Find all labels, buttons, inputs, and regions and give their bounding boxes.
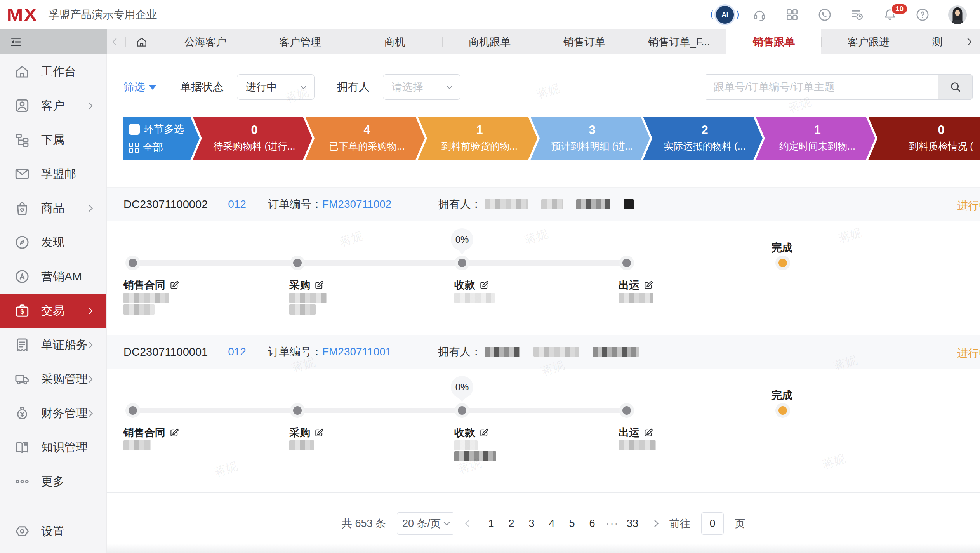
- sidebar-item-finance[interactable]: 财务管理: [0, 396, 106, 430]
- order-card-header: DC23071100002 012 订单编号： FM230711002 拥有人：…: [107, 187, 980, 221]
- sidebar-item-knowledge[interactable]: 知识管理: [0, 430, 106, 464]
- edit-icon[interactable]: [169, 428, 179, 438]
- tabs-scroll-right[interactable]: [959, 29, 977, 54]
- stage-segment-到料前验货[interactable]: 1 到料前验货的物...: [418, 117, 537, 160]
- ai-assistant-icon[interactable]: AI: [716, 6, 734, 24]
- task-schedule-icon[interactable]: [850, 8, 864, 22]
- goto-page-input[interactable]: 0: [701, 512, 724, 535]
- sidebar-item-trade-active[interactable]: $ 交易: [0, 294, 106, 328]
- page-5[interactable]: 5: [565, 514, 579, 533]
- redacted-text: [454, 293, 495, 303]
- notification-bell-icon[interactable]: 10: [883, 8, 897, 22]
- topbar: MX 孚盟产品演示专用企业 AI: [0, 0, 980, 29]
- order-no-link[interactable]: FM230711001: [322, 346, 392, 358]
- progress-track: [133, 408, 627, 413]
- tab-销售订单F[interactable]: 销售订单_F...: [632, 29, 726, 54]
- page-numbers: 1 2 3 4 5 6 ··· 33: [484, 514, 640, 533]
- next-page-button[interactable]: [651, 514, 659, 533]
- multi-select-checkbox[interactable]: [129, 124, 140, 135]
- progress-dot: [293, 259, 302, 267]
- tab-客户管理[interactable]: 客户管理: [253, 29, 348, 54]
- tab-客户跟进[interactable]: 客户跟进: [821, 29, 916, 54]
- tabs-scroll-left[interactable]: [107, 29, 125, 54]
- sidebar-item-subordinates[interactable]: 下属: [0, 123, 106, 157]
- redacted-text: [123, 440, 151, 450]
- progress-dot: [293, 406, 302, 415]
- collapse-sidebar-icon[interactable]: [9, 35, 23, 49]
- sidebar-item-shipping-docs[interactable]: 单证船务: [0, 328, 106, 362]
- apps-grid-icon[interactable]: [785, 8, 799, 22]
- phone-contact-icon[interactable]: [818, 8, 832, 22]
- headset-support-icon[interactable]: [752, 8, 766, 22]
- edit-icon[interactable]: [643, 280, 653, 290]
- tracking-id: DC23071100001: [123, 346, 208, 358]
- sidebar-item-discover[interactable]: 发现: [0, 225, 106, 259]
- page-2[interactable]: 2: [504, 514, 519, 533]
- page-ellipsis[interactable]: ···: [605, 514, 620, 533]
- tab-公海客户[interactable]: 公海客户: [158, 29, 253, 54]
- chevron-left-icon: [465, 520, 473, 527]
- status-select[interactable]: 进行中: [237, 74, 315, 100]
- chevron-right-icon: [964, 38, 972, 46]
- sidebar-item-marketing-am[interactable]: 营销AM: [0, 259, 106, 294]
- tab-home[interactable]: [125, 29, 158, 54]
- search-button[interactable]: [938, 75, 972, 99]
- filter-toggle[interactable]: 筛选: [123, 80, 156, 94]
- stage-segment-约定时间未到[interactable]: 1 约定时间未到物...: [756, 117, 875, 160]
- finance-icon: [14, 405, 30, 421]
- tracking-code-link[interactable]: 012: [228, 198, 246, 210]
- done-dot: [778, 259, 787, 267]
- sidebar-item-products[interactable]: 商品: [0, 191, 106, 225]
- total-count: 共 653 条: [342, 516, 386, 530]
- page-1[interactable]: 1: [484, 514, 499, 533]
- pagination: 共 653 条 20 条/页 1 2 3 4 5 6 ··· 33 前往 0 页: [107, 508, 980, 539]
- tab-商机跟单[interactable]: 商机跟单: [442, 29, 537, 54]
- done-label: 完成: [771, 388, 792, 402]
- redacted-text: [619, 293, 653, 303]
- search-input[interactable]: [705, 75, 938, 99]
- owner-names-redacted: [485, 347, 639, 357]
- page-6[interactable]: 6: [585, 514, 599, 533]
- sidebar-item-workbench[interactable]: 工作台: [0, 54, 106, 89]
- chevron-down-icon: [301, 83, 307, 89]
- edit-icon[interactable]: [643, 428, 653, 438]
- redacted-text: [289, 293, 327, 303]
- sidebar-item-more[interactable]: 更多: [0, 464, 106, 499]
- procurement-icon: [14, 371, 30, 387]
- tab-销售订单[interactable]: 销售订单: [537, 29, 632, 54]
- edit-icon[interactable]: [314, 280, 324, 290]
- sidebar: 工作台 客户 下属 孚盟邮 商品 发现 营销AM $ 交易: [0, 54, 107, 553]
- tab-销售跟单-active[interactable]: 销售跟单: [726, 29, 821, 54]
- owner-select[interactable]: 请选择: [383, 74, 460, 100]
- sidebar-item-fumeng-mail[interactable]: 孚盟邮: [0, 157, 106, 191]
- order-no-link[interactable]: FM230711002: [322, 198, 392, 210]
- tab-测[interactable]: 测: [916, 29, 959, 54]
- page-3[interactable]: 3: [524, 514, 539, 533]
- mail-icon: [14, 166, 30, 182]
- progress-bubble: 0%: [451, 376, 473, 398]
- sidebar-item-settings[interactable]: 设置: [0, 514, 107, 548]
- app-logo: MX: [7, 4, 38, 25]
- tab-商机[interactable]: 商机: [348, 29, 442, 54]
- edit-icon[interactable]: [479, 280, 489, 290]
- help-icon[interactable]: [916, 8, 930, 22]
- user-avatar[interactable]: [948, 5, 967, 24]
- stage-segment-待采购物料[interactable]: 0 待采购物料 (进行...: [193, 117, 312, 160]
- stage-segment-预计到料[interactable]: 3 预计到料明细 (进...: [530, 117, 650, 160]
- page-4[interactable]: 4: [544, 514, 559, 533]
- edit-icon[interactable]: [169, 280, 179, 290]
- tracking-code-link[interactable]: 012: [228, 346, 246, 358]
- stage-segment-到料质检[interactable]: 0 到料质检情况 (: [868, 117, 980, 160]
- edit-icon[interactable]: [314, 428, 324, 438]
- step-sales-contract: 销售合同: [123, 278, 179, 292]
- stage-segment-已下单[interactable]: 4 已下单的采购物...: [305, 117, 425, 160]
- stage-segment-实际运抵[interactable]: 2 实际运抵的物料 (...: [643, 117, 763, 160]
- page-size-select[interactable]: 20 条/页: [397, 512, 454, 535]
- prev-page-button[interactable]: [465, 514, 473, 533]
- sidebar-item-customers[interactable]: 客户: [0, 89, 106, 123]
- trade-icon: $: [14, 303, 30, 319]
- page-33[interactable]: 33: [625, 514, 640, 533]
- edit-icon[interactable]: [479, 428, 489, 438]
- sidebar-item-procurement[interactable]: 采购管理: [0, 362, 106, 396]
- stage-multi-select[interactable]: 环节多选 全部: [123, 117, 200, 160]
